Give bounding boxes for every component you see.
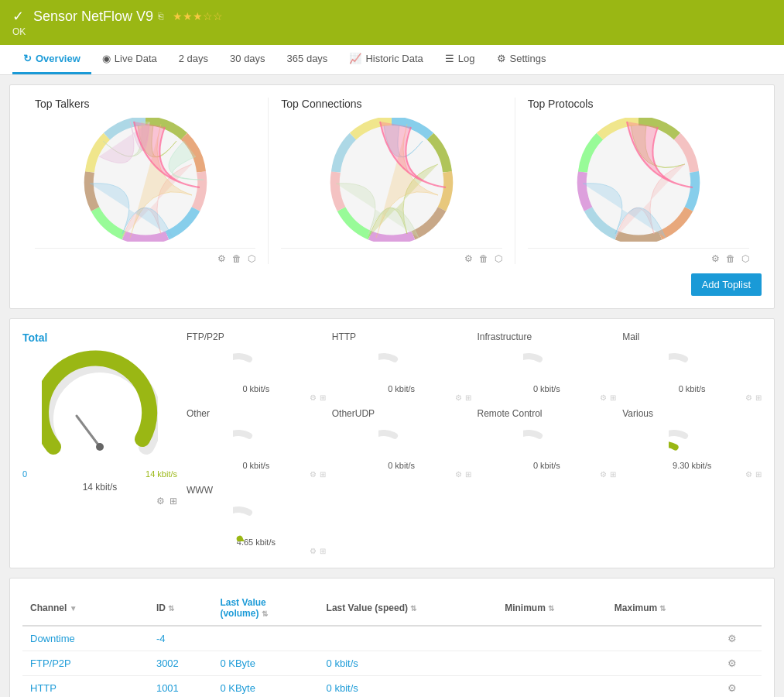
mini-gauge-settings-8[interactable]: ⚙	[310, 547, 317, 555]
nav-livedata-label: Live Data	[115, 53, 157, 64]
channel-table: Channel ▼ ID ⇅ Last Value(volume) ⇅ Last…	[22, 591, 762, 697]
nav-item-settings[interactable]: ⚙ Settings	[486, 45, 557, 74]
nav-item-365days[interactable]: 365 days	[276, 45, 339, 74]
row-settings-icon-1[interactable]: ⚙	[728, 658, 737, 669]
top-connections-title: Top Connections	[281, 98, 502, 110]
cell-channel-0[interactable]: Downtime	[22, 626, 149, 651]
mini-gauge-actions-0: ⚙ ⊞	[187, 393, 326, 402]
mini-gauge-pin-1[interactable]: ⊞	[465, 393, 471, 402]
gauge-max-value: 14 kbit/s	[146, 469, 177, 479]
mini-gauge-settings-7[interactable]: ⚙	[745, 470, 752, 479]
gauge-section: Total 0 14 kbit/s 14 kb	[9, 318, 775, 568]
mini-gauge-settings-2[interactable]: ⚙	[600, 393, 607, 402]
sort-icon-speed[interactable]: ⇅	[410, 604, 416, 613]
mini-gauge-label-7: Various	[622, 408, 762, 419]
mini-gauges-container: FTP/P2P 0 kbit/s ⚙ ⊞ HTTP 0 kbit/s ⚙ ⊞ I…	[187, 331, 762, 555]
nav-item-overview[interactable]: ↻ Overview	[12, 45, 91, 74]
gauge-values: 0 14 kbit/s	[22, 469, 177, 479]
mini-gauge-chart-3	[669, 345, 715, 384]
mini-gauge-settings-6[interactable]: ⚙	[600, 470, 607, 479]
nav-item-log[interactable]: ☰ Log	[434, 45, 486, 74]
cell-action-0: ⚙	[720, 626, 762, 651]
nav-item-live-data[interactable]: ◉ Live Data	[91, 45, 168, 74]
mini-gauge-pin-5[interactable]: ⊞	[465, 470, 471, 479]
mini-gauge-settings-5[interactable]: ⚙	[455, 470, 462, 479]
mini-gauge-pin-6[interactable]: ⊞	[610, 470, 616, 479]
col-id: ID ⇅	[149, 591, 213, 626]
external-link-icon-proto[interactable]: ⬡	[741, 253, 749, 264]
pin-icon[interactable]: ⚙	[217, 253, 226, 264]
top-talkers-section: Top Talkers	[22, 98, 269, 264]
external-link-icon-conn[interactable]: ⬡	[495, 253, 502, 264]
sensor-name: NetFlow V9	[81, 9, 153, 24]
svg-line-3	[77, 416, 100, 447]
mini-gauge-settings-3[interactable]: ⚙	[745, 393, 752, 402]
mini-gauge-actions-5: ⚙ ⊞	[332, 470, 471, 479]
big-gauge	[42, 350, 158, 466]
nav-historic-label: Historic Data	[365, 53, 423, 64]
sort-icon-max[interactable]: ⇅	[659, 604, 666, 613]
mini-gauge-pin-4[interactable]: ⊞	[320, 470, 326, 479]
mini-gauge-chart-0	[233, 345, 279, 384]
row-settings-icon-2[interactable]: ⚙	[728, 682, 737, 694]
mini-gauge-pin-0[interactable]: ⊞	[320, 393, 326, 402]
cell-channel-1[interactable]: FTP/P2P	[22, 651, 149, 676]
top-talkers-chart	[84, 118, 207, 242]
sort-icon-id[interactable]: ⇅	[168, 604, 174, 613]
mini-gauge-settings-4[interactable]: ⚙	[310, 470, 317, 479]
nav-365days-label: 365 days	[287, 53, 328, 64]
pin-icon-conn[interactable]: ⚙	[464, 253, 473, 264]
status-badge: OK	[12, 26, 223, 37]
total-label: Total	[22, 331, 177, 344]
delete-icon-proto[interactable]: 🗑	[726, 253, 735, 264]
pin-icon-proto[interactable]: ⚙	[711, 253, 720, 264]
delete-icon[interactable]: 🗑	[232, 253, 241, 264]
cell-channel-2[interactable]: HTTP	[22, 676, 149, 698]
mini-gauge-actions-2: ⚙ ⊞	[478, 393, 617, 402]
nav-item-30days[interactable]: 30 days	[219, 45, 276, 74]
settings-icon: ⚙	[497, 53, 506, 64]
nav-item-2days[interactable]: 2 days	[168, 45, 219, 74]
sort-icon-min[interactable]: ⇅	[548, 604, 554, 613]
log-icon: ☰	[445, 53, 454, 64]
mini-gauge-settings-1[interactable]: ⚙	[455, 393, 462, 402]
mini-gauge-label-3: Mail	[622, 331, 762, 342]
mini-gauge-chart-1	[378, 345, 425, 384]
mini-gauge-settings-0[interactable]: ⚙	[310, 393, 317, 402]
cell-id-0: -4	[149, 626, 213, 651]
header-left: ✓ Sensor NetFlow V9 ⎗ ★★★☆☆ OK	[12, 8, 223, 37]
col-last-value-speed: Last Value (speed) ⇅	[319, 591, 498, 626]
top-protocols-title: Top Protocols	[528, 98, 749, 110]
gauge-pin-icon[interactable]: ⊞	[169, 496, 177, 506]
total-gauge-actions: ⚙ ⊞	[22, 496, 177, 506]
mini-gauge-label-0: FTP/P2P	[187, 331, 326, 342]
cell-speed-0	[319, 626, 498, 651]
external-link-icon[interactable]: ⬡	[248, 253, 255, 264]
cell-id-2: 1001	[149, 676, 213, 698]
mini-gauge-pin-3[interactable]: ⊞	[755, 393, 762, 402]
mini-gauge-label-4: Other	[187, 408, 326, 419]
top-talkers-actions: ⚙ 🗑 ⬡	[35, 248, 255, 264]
row-settings-icon-0[interactable]: ⚙	[728, 633, 737, 644]
mini-gauge-pin-8[interactable]: ⊞	[320, 547, 326, 555]
mini-gauge-chart-2	[523, 345, 570, 384]
col-channel: Channel ▼	[22, 591, 149, 626]
table-row: Downtime -4 ⚙	[22, 626, 762, 651]
mini-gauge-item-2: Infrastructure 0 kbit/s ⚙ ⊞	[478, 331, 617, 402]
top-charts-section: Top Talkers	[9, 84, 775, 309]
mini-gauge-chart-6	[523, 422, 570, 461]
historic-icon: 📈	[349, 53, 361, 64]
mini-gauge-item-5: OtherUDP 0 kbit/s ⚙ ⊞	[332, 408, 471, 479]
delete-icon-conn[interactable]: 🗑	[479, 253, 488, 264]
mini-gauge-pin-7[interactable]: ⊞	[755, 470, 762, 479]
add-toplist-button[interactable]: Add Toplist	[691, 273, 762, 296]
mini-gauge-actions-7: ⚙ ⊞	[622, 470, 762, 479]
sensor-title: Sensor NetFlow V9	[33, 9, 153, 25]
nav-item-historic[interactable]: 📈 Historic Data	[338, 45, 433, 74]
gauge-settings-icon[interactable]: ⚙	[156, 496, 165, 506]
sort-icon-channel[interactable]: ▼	[70, 604, 77, 613]
mini-gauge-item-6: Remote Control 0 kbit/s ⚙ ⊞	[478, 408, 617, 479]
sort-icon-vol[interactable]: ⇅	[262, 609, 268, 618]
mini-gauge-pin-2[interactable]: ⊞	[610, 393, 616, 402]
stars: ★★★☆☆	[173, 10, 223, 22]
